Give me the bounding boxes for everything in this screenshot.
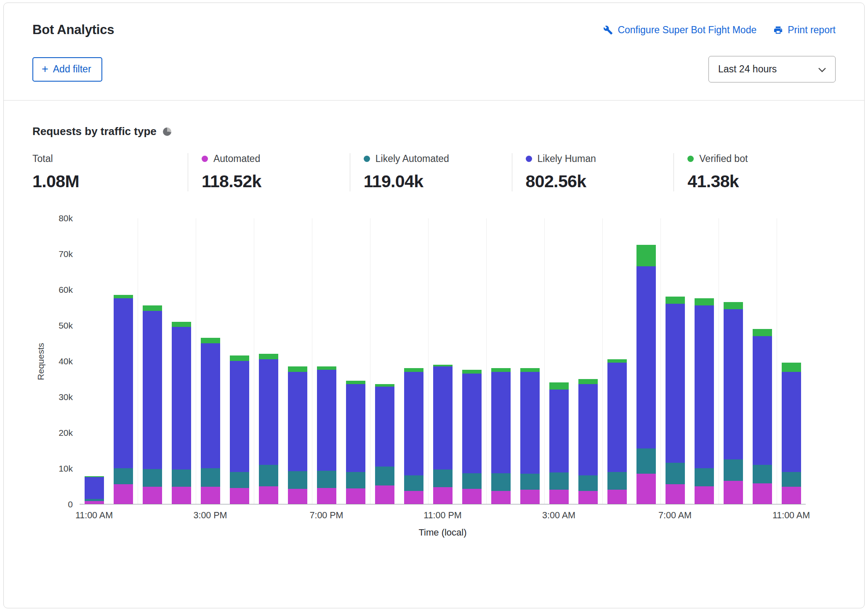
stat-likely-automated-value: 119.04k (364, 172, 503, 191)
bar-segment-likely-human (143, 311, 162, 469)
automated-legend-dot (202, 156, 208, 162)
bar-segment-automated (462, 489, 482, 504)
x-tick-label: 3:00 PM (193, 510, 227, 521)
bar-slot (748, 218, 777, 504)
add-filter-button[interactable]: + Add filter (32, 57, 102, 82)
bar-segment-automated (433, 487, 453, 504)
bar-segment-automated (375, 485, 394, 504)
bar-segment-likely-human (578, 384, 598, 475)
stacked-bar-12-00-pm (114, 295, 133, 504)
bar-segment-verified-bot (636, 245, 656, 266)
bar-segment-likely-automated (433, 469, 453, 488)
bar-segment-likely-human (520, 372, 540, 474)
add-filter-label: Add filter (53, 64, 91, 75)
stat-automated-value: 118.52k (202, 172, 341, 191)
y-tick-label: 0 (68, 499, 73, 509)
bar-slot (719, 218, 748, 504)
requests-by-traffic-type-chart: Requests 010k20k30k40k50k60k70k80k 11:00… (32, 218, 836, 538)
stat-likely-human-value: 802.56k (526, 172, 666, 191)
stacked-bars (80, 218, 806, 504)
stacked-bar-8-00-am (695, 298, 714, 504)
configure-link-label: Configure Super Bot Fight Mode (618, 24, 756, 36)
stacked-bar-7-00-pm (317, 366, 336, 504)
plus-icon: + (42, 65, 48, 73)
bar-slot (283, 218, 312, 504)
bar-segment-verified-bot (462, 370, 482, 374)
bar-segment-automated (114, 484, 133, 504)
bar-slot (660, 218, 690, 504)
bar-segment-automated (695, 486, 714, 504)
section-title: Requests by traffic type (32, 125, 157, 138)
bar-segment-verified-bot (259, 354, 278, 359)
bar-segment-likely-automated (462, 473, 482, 489)
stacked-bar-7-00-am (666, 297, 685, 504)
bar-slot (457, 218, 486, 504)
stat-likely-automated[interactable]: Likely Automated 119.04k (350, 153, 512, 191)
bar-segment-verified-bot (724, 302, 743, 309)
bar-segment-verified-bot (230, 355, 249, 361)
bar-segment-likely-automated (201, 468, 220, 487)
stacked-bar-4-00-pm (230, 355, 249, 504)
bar-segment-automated (404, 491, 423, 504)
bar-segment-likely-automated (230, 472, 249, 488)
stacked-bar-1-00-am (491, 368, 511, 504)
bar-segment-likely-automated (491, 473, 511, 491)
bar-segment-likely-automated (666, 463, 685, 484)
bar-segment-verified-bot (404, 368, 423, 372)
bar-segment-likely-human (288, 372, 307, 471)
stacked-bar-11-00-am (85, 476, 104, 504)
bar-segment-likely-automated (695, 468, 714, 486)
bar-segment-likely-automated (317, 471, 336, 488)
printer-icon (773, 25, 783, 35)
configure-super-bot-fight-mode-link[interactable]: Configure Super Bot Fight Mode (603, 24, 756, 36)
bar-slot (631, 218, 660, 504)
x-tick-label: 3:00 AM (542, 510, 575, 521)
bar-segment-likely-human (85, 477, 104, 499)
bar-slot (777, 218, 806, 504)
x-axis-ticks: 11:00 AM3:00 PM7:00 PM11:00 PM3:00 AM7:0… (80, 504, 806, 523)
stacked-bar-11-00-pm (433, 365, 453, 504)
bar-slot (225, 218, 254, 504)
bar-segment-likely-automated (375, 467, 394, 485)
bar-slot (138, 218, 167, 504)
print-report-link[interactable]: Print report (773, 24, 836, 36)
stacked-bar-10-00-am (753, 329, 772, 504)
bar-slot (573, 218, 602, 504)
bar-segment-verified-bot (782, 363, 801, 371)
stat-total-label: Total (32, 153, 53, 164)
time-range-select[interactable]: Last 24 hours (708, 56, 836, 82)
bar-segment-verified-bot (201, 338, 220, 343)
stat-total[interactable]: Total 1.08M (32, 153, 188, 191)
stacked-bar-6-00-am (636, 245, 656, 504)
stat-likely-human[interactable]: Likely Human 802.56k (512, 153, 674, 191)
bar-slot (80, 218, 109, 504)
bar-slot (167, 218, 196, 504)
bar-segment-likely-automated (753, 465, 772, 483)
bar-segment-likely-human (114, 298, 133, 468)
y-axis-title: Requests (32, 218, 49, 504)
bar-segment-likely-automated (724, 459, 743, 481)
stacked-bar-3-00-pm (201, 338, 220, 504)
stat-verified-bot-label: Verified bot (699, 153, 748, 164)
bar-segment-automated (636, 474, 656, 504)
wrench-icon (603, 25, 613, 35)
chevron-down-icon (818, 64, 826, 75)
bar-segment-likely-human (346, 384, 365, 472)
bar-segment-automated (172, 487, 191, 504)
bar-segment-automated (288, 489, 307, 504)
x-axis-title: Time (local) (80, 527, 806, 538)
bar-slot (515, 218, 544, 504)
bar-slot (312, 218, 341, 504)
stat-automated[interactable]: Automated 118.52k (188, 153, 350, 191)
bar-segment-verified-bot (607, 359, 627, 363)
stat-verified-bot[interactable]: Verified bot 41.38k (674, 153, 836, 191)
stacked-bar-12-00-am (462, 370, 482, 504)
bar-segment-likely-automated (636, 448, 656, 474)
x-tick-label: 11:00 AM (772, 510, 810, 521)
bar-segment-likely-human (666, 304, 685, 463)
bar-segment-automated (143, 487, 162, 504)
bar-segment-automated (346, 488, 365, 504)
stat-total-value: 1.08M (32, 172, 179, 191)
likely-human-legend-dot (526, 156, 532, 162)
stacked-bar-9-00-am (724, 302, 743, 504)
